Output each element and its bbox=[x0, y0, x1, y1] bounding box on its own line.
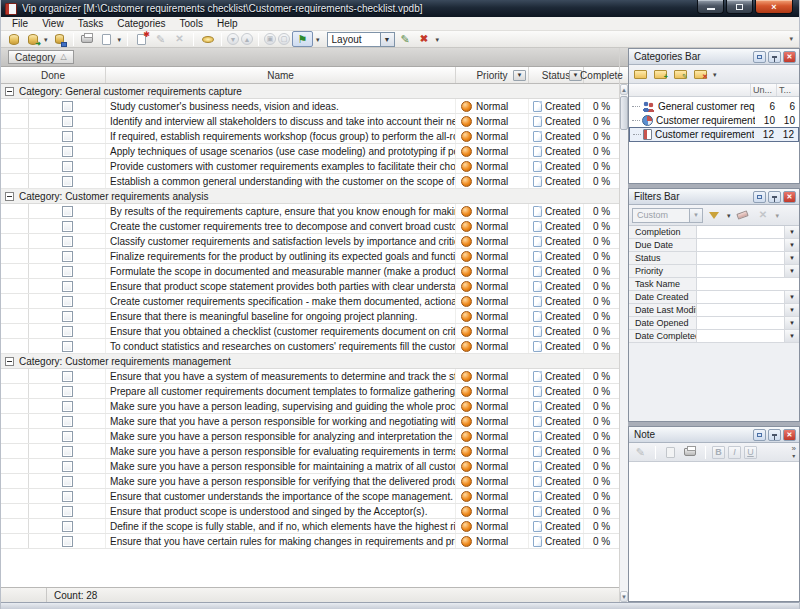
done-checkbox[interactable] bbox=[62, 236, 73, 247]
priority-filter-button[interactable]: ▼ bbox=[513, 70, 526, 81]
collapse-group-icon[interactable] bbox=[5, 192, 14, 201]
filter-field-value[interactable] bbox=[697, 265, 784, 277]
group-header-row[interactable]: Category: General customer requirements … bbox=[1, 84, 619, 99]
task-row[interactable]: Create customer requirements specificati… bbox=[1, 294, 619, 309]
menu-view[interactable]: View bbox=[35, 17, 71, 30]
filter-preset-combobox[interactable]: Custom ▼ bbox=[632, 208, 703, 223]
column-header-name[interactable]: Name bbox=[106, 67, 456, 83]
apply-filter-dropdown[interactable]: ▾ bbox=[726, 212, 732, 219]
print-button[interactable] bbox=[79, 32, 96, 47]
task-row[interactable]: By results of the requirements capture, … bbox=[1, 204, 619, 219]
column-total[interactable]: T... bbox=[777, 84, 799, 96]
task-row[interactable]: Define if the scope is fully stable, and… bbox=[1, 519, 619, 534]
categories-pin-button[interactable] bbox=[768, 51, 781, 63]
done-checkbox[interactable] bbox=[62, 116, 73, 127]
edit-category-button[interactable]: ✎ bbox=[672, 67, 689, 82]
done-checkbox[interactable] bbox=[62, 146, 73, 157]
task-row[interactable]: Study customer's business needs, vision … bbox=[1, 99, 619, 114]
note-toolbar-overflow[interactable]: »▾ bbox=[792, 445, 796, 459]
done-checkbox[interactable] bbox=[62, 266, 73, 277]
new-database-button[interactable] bbox=[5, 32, 22, 47]
categories-maximize-button[interactable] bbox=[753, 51, 766, 63]
close-button[interactable]: × bbox=[755, 0, 793, 14]
task-row[interactable]: Ensure that you have certain rules for m… bbox=[1, 534, 619, 549]
task-row[interactable]: Ensure that you obtained a checklist (cu… bbox=[1, 324, 619, 339]
column-unread[interactable]: Un... bbox=[751, 84, 777, 96]
underline-button[interactable]: U bbox=[744, 446, 757, 459]
print-preview-button[interactable] bbox=[98, 32, 115, 47]
task-row[interactable]: Make sure you have a person responsible … bbox=[1, 459, 619, 474]
collapse-group-icon[interactable] bbox=[5, 357, 14, 366]
new-task-button[interactable]: ✱ bbox=[133, 32, 150, 47]
layout-toggle-dropdown[interactable]: ▾ bbox=[315, 36, 321, 43]
category-tree-item[interactable]: Customer requirements analysis1010 bbox=[629, 113, 799, 127]
scroll-up-button[interactable]: ▲ bbox=[620, 84, 628, 95]
note-close-button[interactable]: ✕ bbox=[783, 429, 796, 441]
filter-field-value[interactable] bbox=[697, 330, 784, 342]
task-row[interactable]: Make sure you have a person responsible … bbox=[1, 429, 619, 444]
task-row[interactable]: Create the customer requirements tree to… bbox=[1, 219, 619, 234]
filter-field-dropdown[interactable]: ▼ bbox=[784, 239, 799, 251]
done-checkbox[interactable] bbox=[62, 206, 73, 217]
delete-layout-button[interactable]: ✖ bbox=[416, 32, 433, 47]
delete-filter-button[interactable]: ✕ bbox=[754, 208, 771, 223]
filters-pin-button[interactable] bbox=[768, 191, 781, 203]
done-checkbox[interactable] bbox=[62, 161, 73, 172]
filter-field-value[interactable] bbox=[697, 226, 784, 238]
category-tree-item[interactable]: Customer requirements managem1212 bbox=[629, 127, 799, 142]
done-checkbox[interactable] bbox=[62, 476, 73, 487]
task-row[interactable]: Classify customer requirements and satis… bbox=[1, 234, 619, 249]
menu-categories[interactable]: Categories bbox=[110, 17, 172, 30]
done-checkbox[interactable] bbox=[62, 341, 73, 352]
layout-combobox-value[interactable]: Layout bbox=[327, 32, 381, 47]
layout-dropdown[interactable]: ▾ bbox=[435, 36, 441, 43]
note-preview-button[interactable] bbox=[662, 445, 679, 460]
filter-field-dropdown[interactable]: ▼ bbox=[784, 252, 799, 264]
filter-preset-value[interactable]: Custom bbox=[632, 208, 690, 223]
clear-filter-button[interactable] bbox=[734, 208, 751, 223]
collapse-all-button[interactable]: ▢ bbox=[278, 33, 290, 45]
done-checkbox[interactable] bbox=[62, 371, 73, 382]
bold-button[interactable]: B bbox=[712, 446, 725, 459]
task-row[interactable]: Formulate the scope in documented and me… bbox=[1, 264, 619, 279]
vertical-scrollbar[interactable]: ▲ ▼ bbox=[619, 48, 628, 602]
new-category-button[interactable] bbox=[632, 67, 649, 82]
task-row[interactable]: Finalize requirements for the product by… bbox=[1, 249, 619, 264]
layout-toggle-button[interactable]: ⚑ bbox=[292, 31, 313, 47]
note-edit-button[interactable]: ✎ bbox=[632, 445, 649, 460]
layout-combobox[interactable]: Layout ▼ bbox=[327, 32, 395, 47]
menu-tasks[interactable]: Tasks bbox=[71, 17, 111, 30]
filters-close-button[interactable]: ✕ bbox=[783, 191, 796, 203]
filter-field-value[interactable] bbox=[697, 239, 784, 251]
save-database-button[interactable] bbox=[51, 32, 68, 47]
done-checkbox[interactable] bbox=[62, 176, 73, 187]
done-checkbox[interactable] bbox=[62, 401, 73, 412]
task-row[interactable]: Apply techniques of usage scenarios (use… bbox=[1, 144, 619, 159]
note-editor[interactable] bbox=[629, 462, 799, 601]
done-checkbox[interactable] bbox=[62, 536, 73, 547]
filter-field-dropdown[interactable]: ▼ bbox=[784, 304, 799, 316]
done-checkbox[interactable] bbox=[62, 131, 73, 142]
done-checkbox[interactable] bbox=[62, 251, 73, 262]
task-row[interactable]: Ensure that product scope statement prov… bbox=[1, 279, 619, 294]
filter-field-dropdown[interactable]: ▼ bbox=[784, 226, 799, 238]
task-row[interactable]: Provide customers with customer requirem… bbox=[1, 159, 619, 174]
layout-combobox-dropdown[interactable]: ▼ bbox=[381, 32, 395, 47]
menu-tools[interactable]: Tools bbox=[173, 17, 210, 30]
scroll-down-button[interactable]: ▼ bbox=[620, 591, 628, 602]
task-row[interactable]: Make sure you have a person responsible … bbox=[1, 474, 619, 489]
scrollbar-thumb[interactable] bbox=[620, 96, 628, 130]
task-row[interactable]: Establish a common general understanding… bbox=[1, 174, 619, 189]
task-row[interactable]: Ensure that customer understands the imp… bbox=[1, 489, 619, 504]
apply-filter-button[interactable] bbox=[706, 208, 723, 223]
open-dropdown[interactable]: ▾ bbox=[43, 36, 49, 43]
group-header-row[interactable]: Category: Customer requirements analysis bbox=[1, 189, 619, 204]
filter-field-dropdown[interactable]: ▼ bbox=[784, 265, 799, 277]
done-checkbox[interactable] bbox=[62, 101, 73, 112]
column-header-complete[interactable]: Complete bbox=[584, 67, 619, 83]
done-checkbox[interactable] bbox=[62, 281, 73, 292]
note-print-button[interactable] bbox=[682, 445, 699, 460]
categories-toolbar-dropdown[interactable]: ▾ bbox=[712, 71, 718, 78]
task-row[interactable]: Ensure that you have a system of measure… bbox=[1, 369, 619, 384]
task-row[interactable]: Make sure that you have a person respons… bbox=[1, 414, 619, 429]
